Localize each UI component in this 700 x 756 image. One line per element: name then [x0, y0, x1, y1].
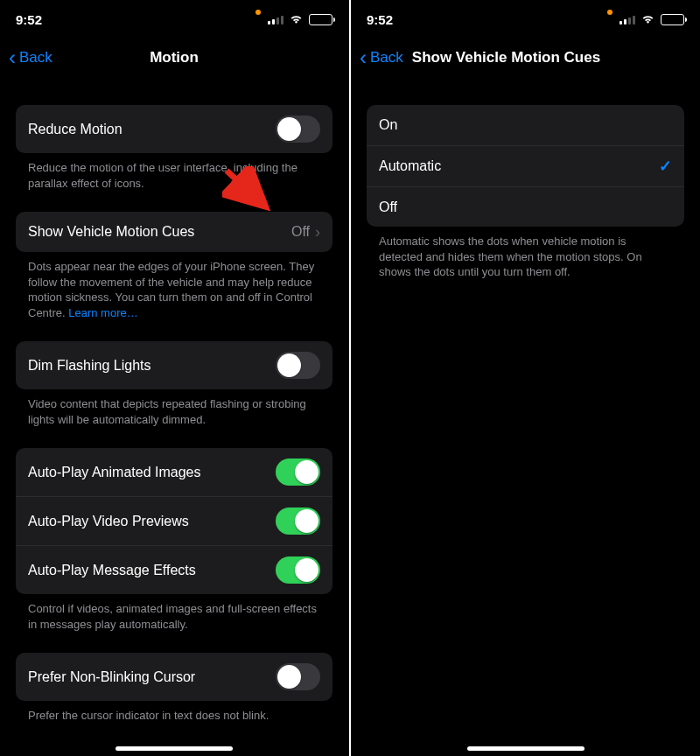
status-bar: 9:52	[351, 0, 700, 38]
learn-more-link[interactable]: Learn more…	[68, 306, 137, 319]
back-button[interactable]: ‹ Back	[9, 47, 52, 68]
cursor-row[interactable]: Prefer Non-Blinking Cursor	[16, 653, 332, 701]
cursor-label: Prefer Non-Blinking Cursor	[28, 669, 276, 685]
content-scroll[interactable]: On Automatic ✓ Off Automatic shows the d…	[351, 77, 700, 280]
option-on-label: On	[379, 117, 672, 133]
recording-indicator-icon	[607, 10, 612, 15]
autoplay-group: Auto-Play Animated Images Auto-Play Vide…	[16, 448, 332, 594]
cellular-signal-icon	[620, 14, 635, 24]
reduce-motion-footer: Reduce the motion of the user interface,…	[16, 153, 332, 191]
option-off-row[interactable]: Off	[367, 186, 684, 227]
reduce-motion-group: Reduce Motion	[16, 105, 332, 153]
autoplay-footer: Control if videos, animated images and f…	[16, 594, 332, 632]
autoplay-effects-row[interactable]: Auto-Play Message Effects	[16, 545, 332, 594]
autoplay-video-row[interactable]: Auto-Play Video Previews	[16, 496, 332, 545]
vehicle-cues-group: Show Vehicle Motion Cues Off ›	[16, 212, 332, 252]
options-group: On Automatic ✓ Off	[367, 105, 684, 227]
reduce-motion-toggle[interactable]	[276, 116, 320, 143]
reduce-motion-row[interactable]: Reduce Motion	[16, 105, 332, 153]
status-time: 9:52	[367, 12, 437, 27]
battery-icon	[309, 14, 332, 25]
vehicle-cues-value: Off	[291, 224, 310, 240]
vehicle-cues-label: Show Vehicle Motion Cues	[28, 224, 291, 240]
battery-icon	[661, 14, 684, 25]
recording-indicator-icon	[256, 10, 261, 15]
option-automatic-label: Automatic	[379, 158, 659, 174]
reduce-motion-label: Reduce Motion	[28, 122, 276, 137]
dim-flashing-label: Dim Flashing Lights	[28, 358, 276, 374]
autoplay-images-toggle[interactable]	[276, 458, 320, 486]
wifi-icon	[640, 14, 655, 24]
vehicle-cues-screen: 9:52 ‹ Back Show Vehicle Motion Cues	[351, 0, 700, 756]
dim-flashing-footer: Video content that depicts repeated flas…	[16, 389, 332, 427]
option-off-label: Off	[379, 200, 672, 215]
chevron-left-icon: ‹	[9, 47, 16, 68]
option-automatic-row[interactable]: Automatic ✓	[367, 145, 684, 186]
home-indicator[interactable]	[467, 746, 584, 751]
autoplay-video-label: Auto-Play Video Previews	[28, 514, 276, 529]
chevron-left-icon: ‹	[360, 47, 367, 68]
back-label: Back	[370, 49, 403, 66]
dim-flashing-row[interactable]: Dim Flashing Lights	[16, 341, 332, 389]
home-indicator[interactable]	[116, 746, 233, 751]
status-time: 9:52	[16, 12, 86, 27]
cursor-group: Prefer Non-Blinking Cursor	[16, 653, 332, 701]
dim-flashing-toggle[interactable]	[276, 352, 320, 379]
autoplay-images-row[interactable]: Auto-Play Animated Images	[16, 448, 332, 496]
nav-bar: ‹ Back Motion	[0, 38, 348, 77]
autoplay-effects-toggle[interactable]	[276, 556, 320, 584]
back-label: Back	[19, 49, 52, 66]
cursor-toggle[interactable]	[276, 663, 320, 690]
status-bar: 9:52	[0, 0, 348, 38]
autoplay-effects-label: Auto-Play Message Effects	[28, 563, 276, 578]
cellular-signal-icon	[268, 14, 284, 24]
cursor-footer: Prefer the cursor indicator in text does…	[16, 701, 332, 724]
motion-settings-screen: 9:52 ‹ Back Motion Reduce	[0, 0, 349, 756]
content-scroll[interactable]: Reduce Motion Reduce the motion of the u…	[0, 77, 348, 724]
checkmark-icon: ✓	[659, 157, 672, 176]
options-footer: Automatic shows the dots when vehicle mo…	[367, 227, 684, 280]
option-on-row[interactable]: On	[367, 105, 684, 145]
page-title: Show Vehicle Motion Cues	[403, 49, 691, 66]
wifi-icon	[289, 14, 304, 24]
chevron-right-icon: ›	[315, 224, 320, 240]
dim-flashing-group: Dim Flashing Lights	[16, 341, 332, 389]
autoplay-video-toggle[interactable]	[276, 508, 320, 535]
autoplay-images-label: Auto-Play Animated Images	[28, 465, 276, 480]
nav-bar: ‹ Back Show Vehicle Motion Cues	[351, 38, 700, 77]
vehicle-cues-row[interactable]: Show Vehicle Motion Cues Off ›	[16, 212, 332, 252]
vehicle-cues-footer: Dots appear near the edges of your iPhon…	[16, 252, 332, 320]
back-button[interactable]: ‹ Back	[360, 47, 403, 68]
